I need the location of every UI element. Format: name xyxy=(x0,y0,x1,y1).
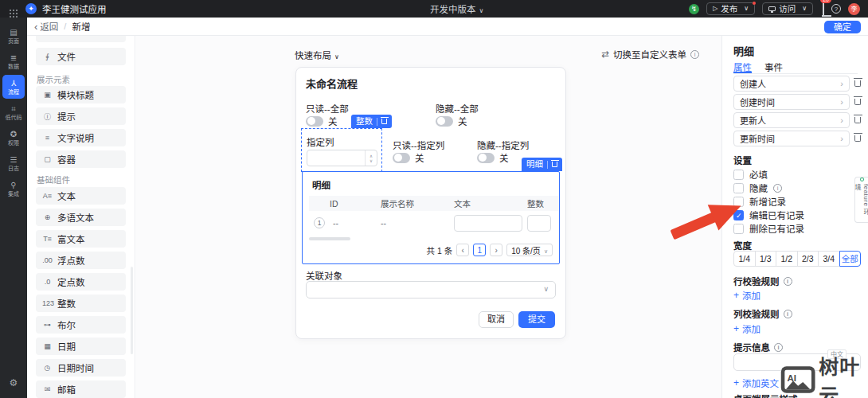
toggle-off-icon[interactable] xyxy=(436,116,453,127)
cancel-button[interactable]: 取消 xyxy=(479,311,514,328)
checkbox-icon[interactable] xyxy=(733,170,744,180)
delete-field-icon[interactable] xyxy=(854,99,861,105)
rail-item-data[interactable]: ≣数据 xyxy=(2,49,25,73)
switch-info-icon[interactable] xyxy=(690,50,699,59)
cell-text-input[interactable] xyxy=(454,215,522,232)
section-display-elements: 展示元素 xyxy=(37,73,70,85)
component-item-module-title[interactable]: ▣模块标题 xyxy=(36,86,126,103)
component-item-tip[interactable]: ⓘ提示 xyxy=(36,107,126,125)
delete-field-icon[interactable] xyxy=(854,117,861,123)
confirm-button[interactable]: 确定 xyxy=(824,21,861,34)
square-icon: ▢ xyxy=(42,155,53,163)
toggle-off-icon[interactable] xyxy=(306,116,323,127)
current-page[interactable]: 1 xyxy=(473,244,486,256)
add-row-rule-button[interactable]: 添加 xyxy=(733,289,760,302)
app-grid-icon[interactable] xyxy=(10,10,11,11)
width-option[interactable]: 3/4 xyxy=(818,251,840,267)
help-button[interactable]: ? xyxy=(831,4,841,14)
component-item-file[interactable]: ∮文件 xyxy=(36,48,126,65)
avatar[interactable]: 李 xyxy=(848,3,860,15)
hidden-info-icon[interactable] xyxy=(773,184,782,193)
environment-badge[interactable]: feature 环境 xyxy=(854,177,868,223)
form-title: 未命名流程 xyxy=(306,76,358,91)
component-item-float[interactable]: .00浮点数 xyxy=(36,252,126,269)
page-size-select[interactable]: 10 条/页 xyxy=(506,244,553,256)
detail-table-row: 1 -- -- xyxy=(309,211,560,235)
component-item-date[interactable]: ▦日期 xyxy=(36,338,126,355)
rail-item-pages[interactable]: ▤页面 xyxy=(2,24,25,48)
row-rule-info-icon[interactable] xyxy=(784,277,792,286)
toggle-off-icon[interactable] xyxy=(477,153,495,163)
checkbox-required[interactable]: 必填 xyxy=(733,168,768,181)
version-selector[interactable]: 开发中版本 xyxy=(430,2,483,15)
width-option-selected[interactable]: 全部 xyxy=(839,251,862,267)
top-bar: ✦ 李王健测试应用 开发中版本 ↯ ▷发布 访问 20 ? 李 xyxy=(0,0,868,18)
readonly-all-toggle[interactable]: 关 xyxy=(306,115,338,127)
switch-custom-form-link[interactable]: ⇄ 切换至自定义表单 xyxy=(601,48,699,60)
tab-events[interactable]: 事件 xyxy=(764,60,783,73)
specified-column-input[interactable]: ∧∨ xyxy=(307,150,377,166)
field-row-creator[interactable]: 创建人› xyxy=(733,76,850,92)
component-item-container[interactable]: ▢容器 xyxy=(36,150,126,168)
col-rule-info-icon[interactable] xyxy=(784,310,792,318)
delete-component-icon[interactable] xyxy=(552,162,557,167)
related-object-select[interactable] xyxy=(306,281,556,298)
publish-button[interactable]: ▷发布 xyxy=(706,2,755,15)
lines-icon: ≡ xyxy=(42,134,53,142)
visit-button[interactable]: 访问 xyxy=(762,2,813,15)
selected-component-outline[interactable]: 指定列 ∧∨ xyxy=(301,128,382,172)
cell-integer-input[interactable] xyxy=(527,215,551,232)
field-row-update-time[interactable]: 更新时间› xyxy=(733,131,850,146)
detail-table-panel[interactable]: 明细 ID 展示名称 文本 整数 1 -- -- 共 1 条 ‹ 1 › 10 … xyxy=(302,171,560,264)
rail-item-log[interactable]: ☰日志 xyxy=(2,151,25,175)
tab-properties[interactable]: 属性 xyxy=(733,60,752,73)
component-item-boolean[interactable]: ⊶布尔 xyxy=(36,316,126,334)
tip-info-icon[interactable] xyxy=(774,343,783,352)
rail-item-integration[interactable]: ⚲集成 xyxy=(2,177,25,201)
prev-page-button[interactable]: ‹ xyxy=(456,244,469,256)
rail-item-lowcode[interactable]: ⌗低代码 xyxy=(2,100,25,124)
status-icon[interactable]: ↯ xyxy=(689,4,699,14)
row-index[interactable]: 1 xyxy=(314,217,325,228)
field-row-updater[interactable]: 更新人› xyxy=(733,112,850,128)
component-item-richtext[interactable]: T≡富文本 xyxy=(36,230,126,248)
number-stepper[interactable]: ∧∨ xyxy=(365,150,377,166)
width-option[interactable]: 2/3 xyxy=(797,251,819,267)
component-item-multilang-text[interactable]: ⊕多语文本 xyxy=(36,209,126,226)
delete-field-icon[interactable] xyxy=(854,80,861,87)
width-option[interactable]: 1/4 xyxy=(733,251,756,267)
component-item-fixed-point[interactable]: .0定点数 xyxy=(36,273,126,291)
width-option[interactable]: 1/2 xyxy=(776,251,798,267)
watermark-brand: 树叶云 xyxy=(819,351,868,398)
horizontal-scrollbar[interactable] xyxy=(309,237,350,240)
component-item-clipped-top[interactable] xyxy=(36,36,126,42)
readonly-col-toggle[interactable]: 关 xyxy=(393,151,424,164)
quick-layout-dropdown[interactable]: 快速布局 xyxy=(295,49,339,61)
delete-field-icon[interactable] xyxy=(854,135,861,142)
rail-item-permission[interactable]: ✪权限 xyxy=(2,126,25,150)
hidden-all-toggle[interactable]: 关 xyxy=(436,115,467,127)
toggle-off-icon[interactable] xyxy=(393,153,410,163)
log-icon: ☰ xyxy=(10,155,18,164)
next-page-button[interactable]: › xyxy=(490,244,502,256)
field-row-create-time[interactable]: 创建时间› xyxy=(733,94,850,110)
component-item-text[interactable]: A≡文本 xyxy=(36,187,126,205)
notification-button[interactable]: 20 xyxy=(823,2,824,16)
width-option[interactable]: 1/3 xyxy=(755,251,777,267)
component-item-datetime[interactable]: ◷日期时间 xyxy=(36,359,126,377)
panel-scrollbar[interactable] xyxy=(131,267,133,354)
add-col-rule-button[interactable]: 添加 xyxy=(733,322,760,335)
component-item-email[interactable]: ✉邮箱 xyxy=(36,380,126,398)
add-english-button[interactable]: 添加英文 xyxy=(733,377,779,389)
hidden-col-toggle[interactable]: 关 xyxy=(477,151,509,164)
submit-button[interactable]: 提交 xyxy=(518,311,555,328)
chevron-right-icon: › xyxy=(840,115,843,125)
settings-gear-icon[interactable]: ⚙ xyxy=(0,377,27,388)
component-item-integer[interactable]: 123整数 xyxy=(36,295,126,312)
component-item-text-note[interactable]: ≡文字说明 xyxy=(36,129,126,146)
toggle-icon: ⊶ xyxy=(42,321,53,329)
back-button[interactable]: 返回 xyxy=(34,20,58,33)
step-down-icon[interactable]: ∨ xyxy=(369,158,373,163)
rail-item-flow[interactable]: ⅄流程 xyxy=(2,75,25,99)
delete-component-icon[interactable] xyxy=(381,119,387,124)
